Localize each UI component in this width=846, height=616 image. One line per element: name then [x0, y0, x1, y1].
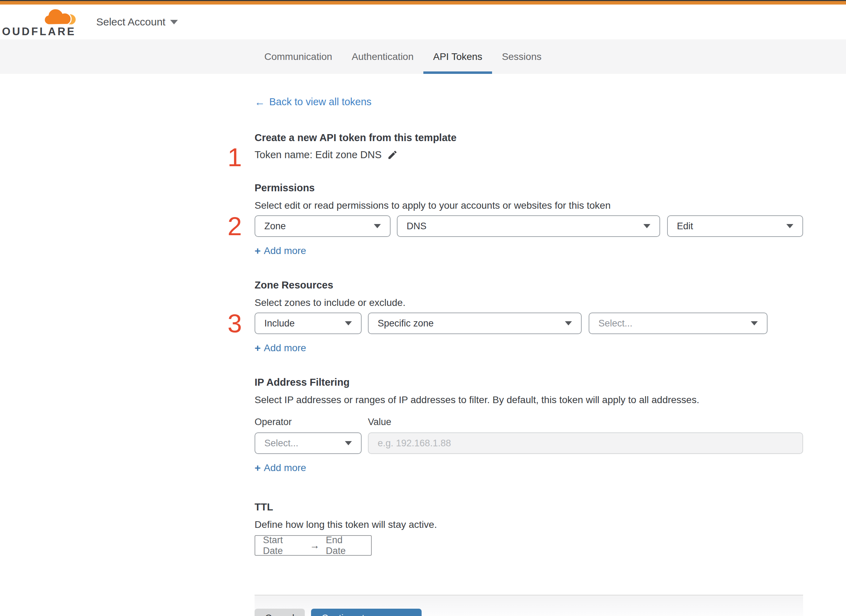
- step-number-3: 3: [225, 311, 244, 337]
- value-label: Value: [368, 417, 391, 427]
- ttl-date-range-picker[interactable]: Start Date → End Date: [255, 535, 372, 556]
- continue-to-summary-button[interactable]: Continue to summary: [311, 609, 422, 616]
- zone-picker-placeholder: Select...: [599, 318, 751, 329]
- ip-filtering-section: IP Address Filtering Select IP addresses…: [255, 377, 803, 474]
- start-date-placeholder: Start Date: [263, 535, 303, 556]
- zone-operator-value: Include: [264, 318, 345, 329]
- cloudflare-cloud-icon: [43, 7, 76, 25]
- plus-icon: +: [255, 246, 261, 256]
- ip-filtering-description: Select IP addresses or ranges of IP addr…: [255, 395, 803, 406]
- ip-operator-select[interactable]: Select...: [255, 433, 362, 454]
- zone-resources-row: 3 Include Specific zone Select...: [255, 312, 803, 334]
- token-name-section: 1 Create a new API token from this templ…: [255, 132, 803, 161]
- token-name-row: Token name: Edit zone DNS: [255, 149, 803, 161]
- account-selector-label: Select Account: [96, 16, 165, 28]
- main-content: ← Back to view all tokens 1 Create a new…: [255, 74, 803, 616]
- zone-picker-select[interactable]: Select...: [589, 312, 768, 334]
- back-to-tokens-link[interactable]: ← Back to view all tokens: [255, 96, 371, 108]
- chevron-down-icon: [345, 441, 352, 445]
- zone-resources-description: Select zones to include or exclude.: [255, 297, 803, 308]
- permissions-section: Permissions Select edit or read permissi…: [255, 182, 803, 257]
- brand-accent-bar: [0, 1, 846, 4]
- chevron-down-icon: [345, 321, 352, 326]
- pencil-icon: [387, 150, 398, 160]
- arrow-right-icon: →: [310, 540, 319, 551]
- add-more-label: Add more: [264, 462, 306, 474]
- account-selector[interactable]: Select Account: [96, 16, 178, 28]
- permissions-description: Select edit or read permissions to apply…: [255, 200, 803, 211]
- chevron-down-icon: [565, 321, 572, 326]
- permissions-row: 2 Zone DNS Edit: [255, 215, 803, 237]
- ttl-section: TTL Define how long this token will stay…: [255, 502, 803, 556]
- chevron-down-icon: [786, 224, 793, 228]
- chevron-down-icon: [374, 224, 381, 228]
- permission-service-value: DNS: [407, 221, 643, 232]
- zone-resources-add-more-link[interactable]: + Add more: [255, 343, 306, 353]
- page-title: Create a new API token from this templat…: [255, 132, 803, 144]
- tab-api-tokens[interactable]: API Tokens: [423, 40, 492, 74]
- zone-operator-select[interactable]: Include: [255, 312, 362, 334]
- chevron-down-icon: [170, 20, 178, 24]
- permission-scope-value: Zone: [264, 221, 374, 232]
- header: CLOUDFLARE Select Account: [0, 4, 846, 40]
- plus-icon: +: [255, 343, 261, 353]
- zone-resources-section: Zone Resources Select zones to include o…: [255, 279, 803, 353]
- operator-label: Operator: [255, 417, 368, 427]
- action-footer: Cancel Continue to summary: [255, 595, 803, 616]
- ip-filtering-add-more-link[interactable]: + Add more: [255, 462, 306, 474]
- ip-filtering-heading: IP Address Filtering: [255, 377, 803, 388]
- cloudflare-wordmark: CLOUDFLARE: [0, 26, 76, 37]
- permission-service-select[interactable]: DNS: [397, 215, 660, 237]
- permission-access-value: Edit: [677, 221, 786, 232]
- permissions-add-more-link[interactable]: + Add more: [255, 245, 306, 257]
- add-more-label: Add more: [264, 343, 306, 353]
- edit-token-name-button[interactable]: [387, 150, 398, 160]
- ip-operator-placeholder: Select...: [264, 438, 345, 449]
- tab-bar: Communication Authentication API Tokens …: [0, 40, 846, 74]
- zone-type-select[interactable]: Specific zone: [368, 312, 582, 334]
- chevron-down-icon: [751, 321, 758, 326]
- back-arrow-icon: ←: [255, 97, 265, 107]
- tab-sessions[interactable]: Sessions: [492, 40, 551, 74]
- permission-access-select[interactable]: Edit: [667, 215, 803, 237]
- step-number-1: 1: [225, 145, 244, 170]
- permissions-heading: Permissions: [255, 182, 803, 194]
- permission-scope-select[interactable]: Zone: [255, 215, 391, 237]
- chevron-down-icon: [643, 224, 650, 228]
- ttl-heading: TTL: [255, 502, 803, 513]
- plus-icon: +: [255, 463, 261, 473]
- step-number-2: 2: [225, 214, 244, 239]
- page: CLOUDFLARE Select Account Communication …: [0, 0, 846, 616]
- add-more-label: Add more: [264, 245, 306, 257]
- tab-communication[interactable]: Communication: [255, 40, 342, 74]
- back-link-label: Back to view all tokens: [269, 96, 371, 108]
- zone-type-value: Specific zone: [378, 318, 565, 329]
- end-date-placeholder: End Date: [326, 535, 363, 556]
- token-name-label: Token name: Edit zone DNS: [255, 149, 381, 161]
- ip-filtering-labels: Operator Value: [255, 417, 803, 427]
- ip-value-input[interactable]: [368, 433, 803, 454]
- cloudflare-logo[interactable]: CLOUDFLARE: [13, 7, 76, 37]
- ip-filtering-row: Select...: [255, 433, 803, 454]
- zone-resources-heading: Zone Resources: [255, 279, 803, 291]
- cancel-button[interactable]: Cancel: [255, 609, 305, 616]
- ttl-description: Define how long this token will stay act…: [255, 519, 803, 530]
- tab-authentication[interactable]: Authentication: [342, 40, 423, 74]
